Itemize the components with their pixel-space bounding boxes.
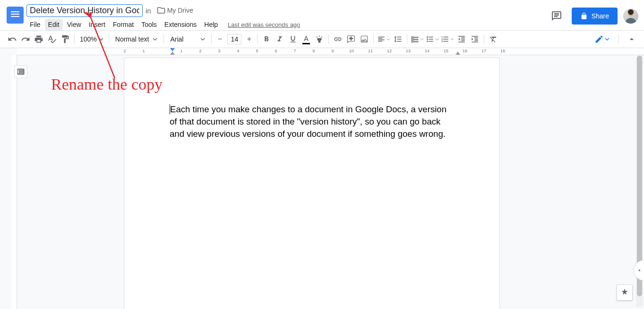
paragraph-style-select[interactable]: Normal text (112, 35, 162, 43)
right-indent-marker[interactable] (455, 51, 460, 55)
print-button[interactable] (32, 33, 45, 46)
show-outline-button[interactable] (14, 65, 27, 78)
increase-indent-icon (471, 35, 479, 43)
print-icon (34, 34, 43, 44)
redo-button[interactable] (19, 33, 32, 46)
first-line-indent-marker[interactable] (170, 48, 175, 51)
line-spacing-button[interactable] (391, 33, 404, 46)
decrease-indent-button[interactable] (455, 33, 468, 46)
undo-button[interactable] (6, 33, 19, 46)
separator (373, 34, 374, 44)
italic-icon (275, 35, 284, 43)
chevron-down-icon (605, 37, 610, 42)
redo-icon (21, 34, 30, 44)
paint-roller-icon (60, 34, 70, 44)
font-family-select[interactable]: Arial (166, 35, 209, 43)
document-title-input[interactable] (26, 4, 143, 17)
highlight-icon (315, 35, 324, 43)
image-icon (360, 35, 369, 43)
last-edit-link[interactable]: Last edit was seconds ago (228, 21, 300, 28)
bulleted-list-button[interactable] (425, 33, 440, 46)
text-color-icon (302, 35, 310, 43)
show-side-panel-button[interactable] (634, 260, 644, 281)
spellcheck-icon (47, 34, 57, 44)
explore-button[interactable] (617, 284, 633, 301)
vertical-ruler[interactable] (11, 55, 17, 309)
pencil-icon (594, 34, 604, 44)
account-avatar[interactable] (623, 8, 638, 24)
menu-help[interactable]: Help (201, 19, 221, 30)
app-header: in My Drive File Edit View Insert Format… (0, 0, 644, 30)
menu-extensions[interactable]: Extensions (161, 19, 200, 30)
spellcheck-button[interactable] (45, 33, 59, 46)
folder-location[interactable]: My Drive (154, 5, 196, 16)
separator (163, 34, 164, 44)
chevron-down-icon (99, 37, 103, 42)
chevron-up-icon (627, 34, 636, 44)
font-size-input[interactable]: 14 (227, 34, 241, 44)
chevron-down-icon (386, 37, 390, 41)
highlight-color-button[interactable] (313, 33, 326, 46)
toolbar: 100% Normal text Arial − 14 + (0, 30, 644, 48)
chevron-down-icon (450, 37, 454, 41)
zoom-select[interactable]: 100% (77, 35, 106, 43)
left-indent-marker[interactable] (170, 51, 175, 55)
numbered-list-icon (441, 35, 449, 43)
editing-mode-button[interactable] (592, 33, 612, 46)
italic-button[interactable] (273, 33, 286, 46)
document-body[interactable]: Each time you make changes to a document… (170, 103, 454, 140)
add-comment-button[interactable] (344, 33, 358, 46)
svg-point-3 (427, 41, 429, 42)
clear-formatting-icon (489, 35, 498, 43)
clear-formatting-button[interactable] (487, 33, 500, 46)
horizontal-ruler[interactable]: 21123456789101112131415161718 (17, 48, 644, 55)
bold-button[interactable] (260, 33, 273, 46)
menu-insert[interactable]: Insert (86, 19, 109, 30)
folder-name-label: My Drive (167, 7, 193, 14)
chevron-left-icon (636, 267, 642, 273)
link-icon (334, 35, 342, 43)
text-color-button[interactable] (300, 33, 313, 46)
chevron-down-icon (435, 37, 439, 41)
increase-font-size-button[interactable]: + (243, 33, 255, 45)
checklist-icon (411, 35, 419, 43)
chevron-down-icon (153, 37, 157, 42)
undo-icon (8, 34, 17, 44)
toolbar-right (592, 33, 638, 46)
font-family-value: Arial (170, 35, 183, 43)
svg-point-1 (427, 36, 429, 38)
insert-image-button[interactable] (358, 33, 371, 46)
numbered-list-button[interactable] (440, 33, 455, 46)
separator (407, 34, 407, 44)
document-page[interactable]: Each time you make changes to a document… (124, 58, 500, 309)
share-button[interactable]: Share (572, 8, 618, 25)
insert-link-button[interactable] (331, 33, 344, 46)
paint-format-button[interactable] (59, 33, 72, 46)
menu-view[interactable]: View (64, 19, 85, 30)
svg-point-2 (427, 39, 429, 40)
underline-button[interactable] (286, 33, 300, 46)
location-in-label: in (146, 7, 151, 15)
decrease-indent-icon (457, 35, 466, 43)
menu-file[interactable]: File (26, 19, 44, 30)
docs-logo[interactable] (6, 6, 25, 25)
separator (74, 34, 75, 44)
checklist-button[interactable] (410, 33, 425, 46)
share-button-label: Share (592, 12, 609, 20)
docs-logo-icon (7, 7, 24, 24)
zoom-value: 100% (80, 35, 97, 43)
align-button[interactable] (376, 33, 391, 46)
menu-edit[interactable]: Edit (45, 19, 63, 30)
separator (618, 34, 619, 44)
body-text: Each time you make changes to a document… (170, 104, 447, 139)
decrease-font-size-button[interactable]: − (214, 33, 225, 45)
separator (257, 34, 258, 44)
paragraph-style-value: Normal text (115, 35, 149, 43)
menu-tools[interactable]: Tools (138, 19, 160, 30)
bold-icon (262, 35, 271, 43)
menu-format[interactable]: Format (110, 19, 137, 30)
hide-menus-button[interactable] (625, 33, 638, 46)
comment-history-button[interactable] (547, 7, 566, 25)
line-spacing-icon (394, 35, 402, 43)
increase-indent-button[interactable] (468, 33, 481, 46)
